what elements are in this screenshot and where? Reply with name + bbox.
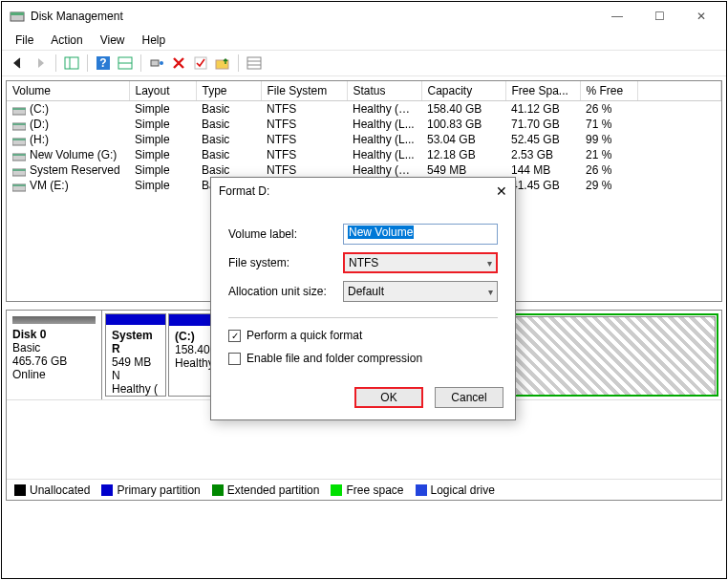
show-hide-console-icon[interactable]	[61, 53, 82, 74]
disk-size: 465.76 GB	[12, 354, 96, 368]
table-header-row: Volume Layout Type File System Status Ca…	[7, 81, 721, 101]
svg-rect-24	[12, 169, 26, 171]
col-freespace[interactable]: Free Spa...	[505, 81, 580, 101]
format-dialog: Format D: ✕ Volume label: New Volume Fil…	[210, 177, 516, 420]
svg-text:?: ?	[99, 56, 106, 70]
table-row[interactable]: (D:)SimpleBasicNTFSHealthy (L...100.83 G…	[7, 117, 721, 132]
allocation-unit-select[interactable]: Default ▾	[343, 281, 498, 302]
cancel-button[interactable]: Cancel	[435, 387, 503, 408]
volume-icon	[12, 120, 26, 130]
volume-icon	[12, 182, 26, 191]
back-button[interactable]	[8, 53, 29, 74]
menubar: File Action View Help	[2, 31, 726, 50]
help-icon[interactable]: ?	[93, 53, 114, 74]
volume-label-input[interactable]: New Volume	[343, 224, 498, 245]
disk-state: Online	[12, 368, 96, 381]
volume-icon	[12, 151, 26, 161]
svg-point-9	[160, 61, 163, 65]
svg-rect-10	[195, 57, 206, 69]
col-filesystem[interactable]: File System	[261, 81, 347, 101]
partition-system-reserved[interactable]: System R 549 MB N Healthy (	[105, 313, 166, 397]
filesystem-select[interactable]: NTFS ▾	[343, 252, 498, 273]
app-icon	[10, 9, 25, 24]
quick-format-row[interactable]: ✓ Perform a quick format	[228, 326, 498, 345]
close-button[interactable]: ✕	[680, 3, 722, 30]
menu-view[interactable]: View	[93, 32, 133, 49]
menu-action[interactable]: Action	[43, 32, 90, 49]
table-row[interactable]: (H:)SimpleBasicNTFSHealthy (L...53.04 GB…	[7, 132, 721, 147]
forward-button[interactable]	[30, 53, 51, 74]
quick-format-label: Perform a quick format	[246, 329, 362, 342]
col-pctfree[interactable]: % Free	[580, 81, 637, 101]
settings-panel-icon[interactable]	[115, 53, 136, 74]
col-type[interactable]: Type	[196, 81, 261, 101]
legend: Unallocated Primary partition Extended p…	[7, 479, 721, 500]
svg-rect-1	[11, 12, 24, 15]
ok-button[interactable]: OK	[354, 387, 423, 408]
dialog-titlebar: Format D: ✕	[211, 178, 515, 204]
menu-file[interactable]: File	[8, 32, 41, 49]
folder-up-icon[interactable]	[212, 53, 233, 74]
minimize-button[interactable]: —	[596, 3, 638, 30]
window-title: Disk Management	[31, 10, 596, 23]
disk-header[interactable]: Disk 0 Basic 465.76 GB Online	[7, 311, 102, 399]
maximize-button[interactable]: ☐	[638, 3, 680, 30]
menu-help[interactable]: Help	[135, 32, 174, 49]
col-layout[interactable]: Layout	[129, 81, 196, 101]
dialog-title: Format D:	[219, 184, 496, 198]
disk-type: Basic	[12, 341, 96, 354]
allocation-unit-label: Allocation unit size:	[228, 285, 343, 298]
volume-label-label: Volume label:	[228, 227, 343, 241]
dialog-close-button[interactable]: ✕	[496, 183, 507, 199]
compression-label: Enable file and folder compression	[246, 352, 422, 365]
titlebar: Disk Management — ☐ ✕	[2, 2, 726, 31]
toolbar: ?	[2, 50, 726, 76]
compression-checkbox[interactable]	[228, 353, 241, 365]
table-row[interactable]: New Volume (G:)SimpleBasicNTFSHealthy (L…	[7, 147, 721, 162]
svg-rect-26	[12, 184, 26, 186]
table-row[interactable]: System ReservedSimpleBasicNTFSHealthy (S…	[7, 162, 721, 178]
quick-format-checkbox[interactable]: ✓	[228, 330, 241, 342]
svg-rect-22	[12, 154, 26, 156]
chevron-down-icon: ▾	[487, 258, 492, 269]
svg-rect-12	[247, 57, 261, 69]
svg-rect-11	[216, 60, 228, 69]
delete-icon[interactable]	[168, 53, 189, 74]
col-volume[interactable]: Volume	[7, 81, 129, 101]
volume-icon	[12, 136, 26, 145]
properties-icon[interactable]	[244, 53, 265, 74]
svg-rect-18	[12, 123, 26, 125]
partition-c[interactable]: (C:) 158.40 Healthy	[168, 313, 216, 397]
chevron-down-icon: ▾	[488, 287, 493, 297]
table-row[interactable]: (C:)SimpleBasicNTFSHealthy (B...158.40 G…	[7, 101, 721, 118]
check-icon[interactable]	[190, 53, 211, 74]
disk-name: Disk 0	[12, 328, 96, 341]
connect-icon[interactable]	[146, 53, 167, 74]
svg-rect-8	[151, 60, 159, 66]
svg-rect-16	[12, 108, 26, 110]
volume-icon	[12, 166, 26, 176]
compression-row[interactable]: Enable file and folder compression	[228, 349, 498, 368]
col-capacity[interactable]: Capacity	[421, 81, 505, 101]
col-status[interactable]: Status	[347, 81, 421, 101]
svg-rect-20	[12, 139, 26, 140]
filesystem-label: File system:	[228, 256, 343, 269]
svg-rect-2	[65, 57, 78, 69]
volume-icon	[12, 105, 26, 115]
